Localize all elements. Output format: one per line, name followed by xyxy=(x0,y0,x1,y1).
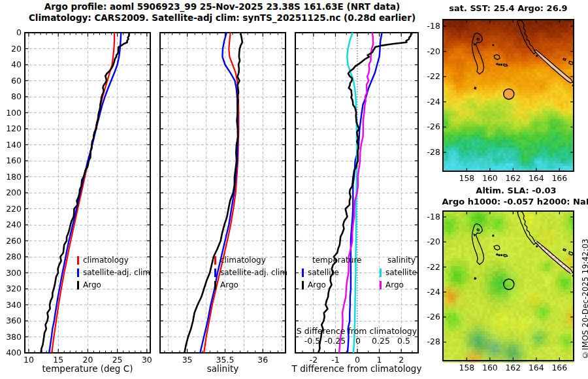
svg-text:280: 280 xyxy=(6,252,22,261)
legend-item: satellite-adj. clim xyxy=(77,267,150,279)
svg-text:-26: -26 xyxy=(427,312,440,321)
svg-text:158: 158 xyxy=(459,363,474,372)
s-argo-line-swatch xyxy=(380,281,382,289)
svg-text:162: 162 xyxy=(505,173,521,183)
svg-text:20: 20 xyxy=(11,44,22,54)
coastlines xyxy=(472,210,578,279)
legend-item: climatology xyxy=(77,254,150,267)
salinity-axis-label: salinity xyxy=(207,363,238,374)
svg-text:340: 340 xyxy=(6,300,22,310)
legend-title: salinity xyxy=(380,254,417,267)
svg-text:-20: -20 xyxy=(427,237,440,246)
s-difference-axis-label: S difference from climatology xyxy=(297,326,417,336)
svg-text:35: 35 xyxy=(182,355,193,365)
s-axis-tick-label: -0.5 xyxy=(304,336,320,346)
svg-text:164: 164 xyxy=(529,363,544,372)
legend-title: temperature xyxy=(302,254,361,267)
svg-text:320: 320 xyxy=(6,284,22,293)
temperature-axis-label: temperature (deg C) xyxy=(42,363,133,374)
temperature-plot-legend: climatology satellite-adj. clim Argo xyxy=(77,254,150,291)
t-difference-axis-label: T difference from climatology xyxy=(292,363,422,374)
svg-text:30: 30 xyxy=(142,355,152,365)
svg-text:360: 360 xyxy=(6,316,22,325)
svg-text:220: 220 xyxy=(6,204,22,214)
argo-profile-figure: Argo profile: aoml 5906923_99 25-Nov-202… xyxy=(0,0,588,379)
argo-float-marker xyxy=(504,89,514,99)
argo-float-marker xyxy=(504,279,514,289)
svg-text:400: 400 xyxy=(6,348,22,357)
svg-text:166: 166 xyxy=(551,173,567,183)
sla-map-title: Altim. SLA: -0.03 xyxy=(476,186,556,195)
argo-line-swatch xyxy=(214,281,216,289)
svg-text:-26: -26 xyxy=(427,122,440,131)
climatology-line-swatch xyxy=(77,256,79,265)
svg-text:380: 380 xyxy=(6,332,22,342)
svg-text:-18: -18 xyxy=(427,21,440,31)
svg-text:120: 120 xyxy=(6,124,22,133)
svg-text:180: 180 xyxy=(6,172,22,182)
sla-map-subtitle: Argo h1000: -0.057 h2000: NaN xyxy=(442,197,588,206)
s-axis-tick-label: 0.25 xyxy=(372,336,390,346)
legend-item: Argo xyxy=(214,279,287,291)
svg-text:140: 140 xyxy=(6,140,22,150)
t-argo-line-swatch xyxy=(302,281,304,289)
svg-text:158: 158 xyxy=(459,173,474,183)
svg-text:-20: -20 xyxy=(427,46,440,56)
legend-item: satellite xyxy=(380,267,417,279)
legend-item: Argo xyxy=(380,279,417,291)
svg-text:160: 160 xyxy=(482,363,498,372)
svg-text:300: 300 xyxy=(6,268,22,278)
svg-text:240: 240 xyxy=(6,220,22,229)
sst-map-title: sat. SST: 25.4 Argo: 26.9 xyxy=(449,3,567,13)
svg-text:-22: -22 xyxy=(427,262,440,272)
svg-text:60: 60 xyxy=(11,76,22,86)
svg-text:-18: -18 xyxy=(427,212,440,222)
svg-text:164: 164 xyxy=(529,173,544,183)
legend-item: satellite xyxy=(302,267,361,279)
svg-text:36: 36 xyxy=(257,355,268,365)
svg-text:10: 10 xyxy=(24,355,34,365)
svg-text:162: 162 xyxy=(505,363,521,372)
climatology-line-swatch xyxy=(214,256,216,265)
s-axis-tick-label: 0.5 xyxy=(397,336,410,346)
svg-text:166: 166 xyxy=(551,363,567,372)
svg-text:-28: -28 xyxy=(427,147,440,157)
satellite-clim-line-swatch xyxy=(77,269,79,277)
diff-plot-temperature-legend: temperature satellite Argo xyxy=(302,254,361,291)
coastlines xyxy=(472,20,578,89)
t-satellite-line-swatch xyxy=(302,269,304,277)
svg-text:80: 80 xyxy=(11,91,22,101)
salinity-plot-legend: climatology satellite-adj. clim Argo xyxy=(214,254,287,291)
s-axis-tick-label: -0.25 xyxy=(325,336,346,346)
satellite-clim-line-swatch xyxy=(214,269,216,277)
svg-text:-24: -24 xyxy=(427,97,440,107)
svg-text:0: 0 xyxy=(16,27,22,37)
legend-item: climatology xyxy=(214,254,287,267)
svg-text:200: 200 xyxy=(6,188,22,197)
s-axis-tick-label: 0 xyxy=(355,336,361,346)
svg-text:40: 40 xyxy=(11,59,22,69)
svg-text:260: 260 xyxy=(6,236,22,246)
s-satellite-line-swatch xyxy=(380,269,382,277)
svg-text:160: 160 xyxy=(482,173,498,183)
legend-item: Argo xyxy=(77,279,150,291)
svg-text:100: 100 xyxy=(6,108,22,118)
diff-plot-salinity-legend: salinity satellite Argo xyxy=(380,254,417,291)
imos-watermark: ©IMOS 20-Dec-2025 19:42:03 xyxy=(581,208,588,359)
svg-text:-24: -24 xyxy=(427,287,440,297)
legend-item: Argo xyxy=(302,279,361,291)
legend-item: satellite-adj. clim xyxy=(214,267,287,279)
svg-text:160: 160 xyxy=(6,156,22,165)
svg-text:-22: -22 xyxy=(427,71,440,81)
argo-line-swatch xyxy=(77,281,79,289)
svg-text:-28: -28 xyxy=(427,337,440,346)
